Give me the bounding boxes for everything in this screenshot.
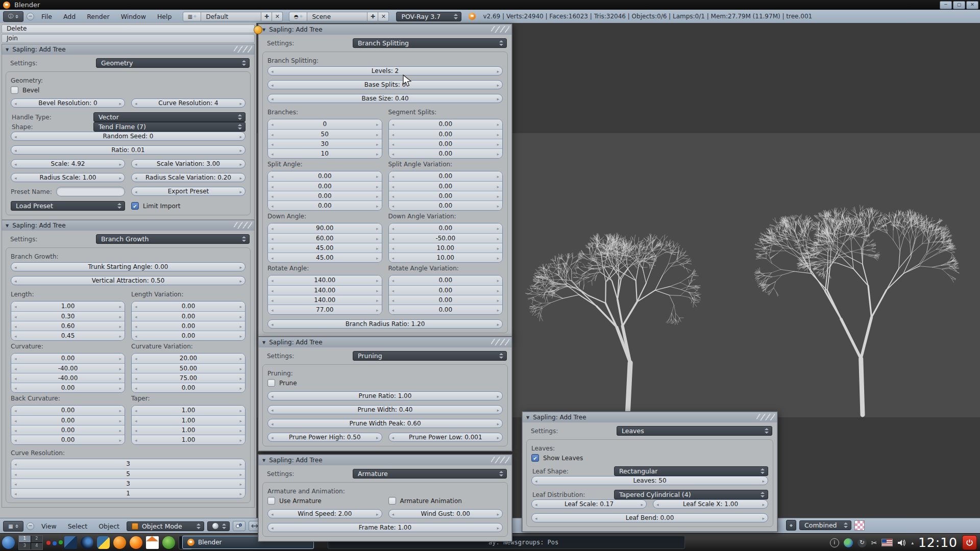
number-field[interactable]: 0.00 <box>389 191 503 201</box>
leaf-distribution-dropdown[interactable]: Tapered Cylindrical (4) <box>614 490 768 499</box>
panel-header[interactable]: ▼ Sapling: Add Tree <box>522 412 777 422</box>
maximize-button[interactable]: ▢ <box>953 1 965 9</box>
settings-dropdown[interactable]: Armature <box>353 469 507 479</box>
number-field[interactable]: 0.30 <box>11 311 125 321</box>
number-field[interactable]: 50.00 <box>132 363 245 373</box>
number-field[interactable]: 0.00 <box>389 305 503 314</box>
mode-dropdown[interactable]: Object Mode <box>127 521 204 531</box>
close-button[interactable]: ✕ <box>966 1 978 9</box>
tool-join[interactable]: Join <box>2 34 255 43</box>
scene-field[interactable]: Scene <box>307 12 368 21</box>
number-field[interactable]: 0.00 <box>268 201 382 210</box>
panel-drag-grip-icon[interactable] <box>756 414 775 420</box>
tool-delete[interactable]: Delete <box>2 24 255 33</box>
render-pass-dropdown[interactable]: Combined <box>799 520 851 530</box>
number-field[interactable]: 0.00 <box>389 181 503 191</box>
number-field[interactable]: 1.00 <box>132 406 245 415</box>
frame-rate-slider[interactable]: Frame Rate: 1.00 <box>267 523 503 532</box>
clipboard-scissors-icon[interactable]: ✂ <box>871 539 877 547</box>
panel-drag-grip-icon[interactable] <box>491 457 509 463</box>
handle-type-dropdown[interactable]: Vector <box>93 112 246 122</box>
panel-drag-grip-icon[interactable] <box>234 222 252 229</box>
export-preset-button[interactable]: Export Preset <box>131 187 246 196</box>
collapse-triangle-icon[interactable]: ▼ <box>262 340 265 345</box>
wind-speed-slider[interactable]: Wind Speed: 2.00 <box>267 509 382 518</box>
menu-help[interactable]: Help <box>153 13 176 20</box>
number-field[interactable]: 0.00 <box>389 139 503 148</box>
menu-add[interactable]: Add <box>59 13 80 20</box>
panel-header[interactable]: ▼ Sapling: Add Tree <box>2 44 255 55</box>
ratio-slider[interactable]: Ratio: 0.01 <box>11 145 246 155</box>
viewport-shading-dropdown[interactable] <box>207 521 230 531</box>
number-field[interactable]: 60.00 <box>268 233 382 243</box>
number-field[interactable]: 0.00 <box>389 285 503 295</box>
prune-checkbox[interactable] <box>267 379 275 387</box>
number-field[interactable]: 0.00 <box>132 321 245 331</box>
menu-file[interactable]: File <box>37 13 56 20</box>
prune-width-peak-slider[interactable]: Prune Width Peak: 0.60 <box>267 419 503 428</box>
number-field[interactable]: -50.00 <box>389 233 503 243</box>
operator-radio-icon[interactable] <box>254 26 262 34</box>
panel-header[interactable]: ▼ Sapling: Add Tree <box>258 24 512 35</box>
number-field[interactable]: 140.00 <box>268 276 382 285</box>
workspace-4[interactable]: 4 <box>31 543 43 549</box>
bevel-checkbox[interactable] <box>11 86 18 94</box>
number-field[interactable]: -40.00 <box>11 363 125 373</box>
blender-green-icon[interactable] <box>162 536 175 549</box>
leaves-count-slider[interactable]: Leaves: 50 <box>531 476 768 485</box>
levels-slider[interactable]: Levels: 2 <box>267 66 503 76</box>
workspace-3[interactable]: 3 <box>19 543 31 549</box>
collapse-triangle-icon[interactable]: ▼ <box>262 28 265 32</box>
presentation-app-icon[interactable] <box>64 536 77 549</box>
load-preset-dropdown[interactable]: Load Preset <box>11 201 125 211</box>
prune-power-high-slider[interactable]: Prune Power High: 0.50 <box>267 433 382 442</box>
collapse-triangle-icon[interactable]: ▼ <box>6 223 9 228</box>
number-field[interactable]: 1 <box>11 488 245 498</box>
panel-drag-grip-icon[interactable] <box>234 46 252 53</box>
editor-type-button[interactable]: ▦ <box>3 521 23 532</box>
close-scene-button[interactable]: ✕ <box>378 12 389 21</box>
collapse-menus-icon[interactable]: − <box>27 522 34 530</box>
number-field[interactable]: 0.00 <box>132 331 245 340</box>
number-field[interactable]: 3 <box>11 479 245 488</box>
number-field[interactable]: 0.00 <box>11 435 125 444</box>
panel-header[interactable]: ▼ Sapling: Add Tree <box>258 337 512 347</box>
trunk-starting-angle-slider[interactable]: Trunk Starting Angle: 0.00 <box>11 262 246 271</box>
number-field[interactable]: 0.00 <box>11 354 125 363</box>
pivot-point-button[interactable] <box>233 521 246 531</box>
firefox-icon[interactable] <box>130 536 142 549</box>
volume-icon[interactable] <box>897 539 906 547</box>
add-scene-button[interactable]: ✚ <box>368 12 378 21</box>
radius-scale-slider[interactable]: Radius Scale: 1.00 <box>11 173 125 182</box>
alpha-checker-icon[interactable] <box>854 520 865 531</box>
number-field[interactable]: 77.00 <box>268 305 382 314</box>
add-layout-button[interactable]: ✚ <box>261 12 272 21</box>
number-field[interactable]: 45.00 <box>268 253 382 262</box>
armature-animation-checkbox[interactable] <box>388 497 396 505</box>
prune-ratio-slider[interactable]: Prune Ratio: 1.00 <box>267 391 503 400</box>
prune-width-slider[interactable]: Prune Width: 0.40 <box>267 405 503 414</box>
curve-resolution-slider[interactable]: Curve Resolution: 4 <box>131 98 246 108</box>
scale-slider[interactable]: Scale: 4.92 <box>11 159 125 168</box>
app-launcher-icon[interactable] <box>2 536 15 549</box>
scale-variation-slider[interactable]: Scale Variation: 3.00 <box>131 159 246 168</box>
number-field[interactable]: 0.00 <box>389 223 503 233</box>
workspace-1[interactable]: 1 <box>19 536 31 542</box>
info-tray-icon[interactable]: i <box>830 538 839 547</box>
number-field[interactable]: 20.00 <box>132 354 245 363</box>
limit-import-checkbox[interactable] <box>131 202 139 210</box>
workspace-2[interactable]: 2 <box>31 536 43 542</box>
menu-window[interactable]: Window <box>117 13 150 20</box>
menu-render[interactable]: Render <box>83 13 114 20</box>
vertical-attraction-slider[interactable]: Vertical Attraction: 0.50 <box>11 276 246 285</box>
branch-radius-ratio-slider[interactable]: Branch Radius Ratio: 1.20 <box>267 319 503 329</box>
number-field[interactable]: 0.00 <box>132 383 245 392</box>
settings-dropdown[interactable]: Geometry <box>96 58 250 68</box>
render-slot-stepper[interactable] <box>786 520 796 531</box>
leaf-scale-x-slider[interactable]: Leaf Scale X: 1.00 <box>653 499 768 509</box>
number-field[interactable]: 1.00 <box>11 302 125 311</box>
number-field[interactable]: 0.00 <box>389 201 503 210</box>
panel-drag-grip-icon[interactable] <box>491 339 509 345</box>
menu-view[interactable]: View <box>37 522 61 530</box>
base-splits-slider[interactable]: Base Splits: 0 <box>267 80 503 89</box>
